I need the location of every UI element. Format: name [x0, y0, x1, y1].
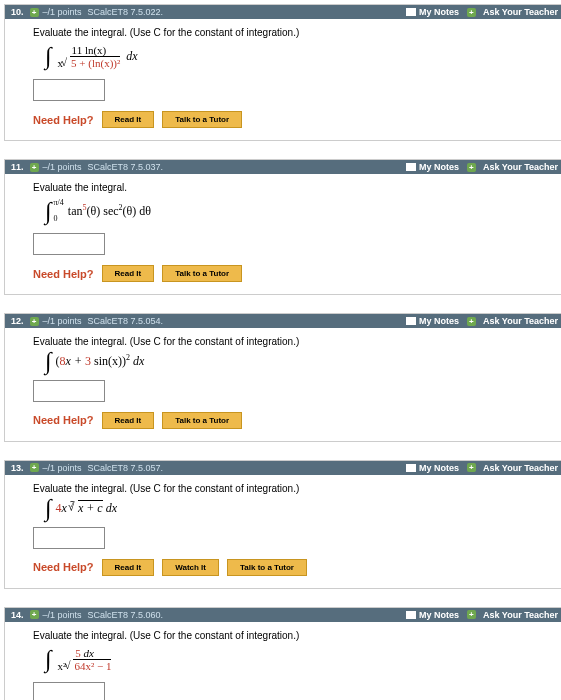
read-it-button[interactable]: Read It [102, 559, 155, 576]
note-icon [406, 163, 416, 171]
answer-input[interactable] [33, 682, 105, 700]
note-icon [406, 464, 416, 472]
question-number: 13. [11, 463, 24, 473]
source-label: SCalcET8 7.5.054. [88, 316, 164, 326]
note-icon [406, 317, 416, 325]
question-header: 10. + –/1 points SCalcET8 7.5.022. My No… [5, 5, 561, 19]
question-number: 14. [11, 610, 24, 620]
my-notes-link[interactable]: My Notes [406, 7, 459, 17]
my-notes-link[interactable]: My Notes [406, 463, 459, 473]
ask-teacher-link[interactable]: +Ask Your Teacher [467, 162, 558, 172]
talk-tutor-button[interactable]: Talk to a Tutor [227, 559, 307, 576]
plus-icon: + [467, 8, 476, 17]
instruction-text: Evaluate the integral. (Use C for the co… [33, 27, 536, 38]
source-label: SCalcET8 7.5.057. [88, 463, 164, 473]
expand-icon[interactable]: + [30, 463, 39, 472]
talk-tutor-button[interactable]: Talk to a Tutor [162, 111, 242, 128]
question-14: 14. + –/1 points SCalcET8 7.5.060. My No… [4, 607, 561, 700]
question-12: 12. + –/1 points SCalcET8 7.5.054. My No… [4, 313, 561, 442]
talk-tutor-button[interactable]: Talk to a Tutor [162, 265, 242, 282]
talk-tutor-button[interactable]: Talk to a Tutor [162, 412, 242, 429]
question-header: 13. + –/1 points SCalcET8 7.5.057. My No… [5, 461, 561, 475]
source-label: SCalcET8 7.5.022. [88, 7, 164, 17]
my-notes-link[interactable]: My Notes [406, 610, 459, 620]
plus-icon: + [467, 463, 476, 472]
instruction-text: Evaluate the integral. [33, 182, 536, 193]
expand-icon[interactable]: + [30, 163, 39, 172]
expand-icon[interactable]: + [30, 610, 39, 619]
expand-icon[interactable]: + [30, 8, 39, 17]
watch-it-button[interactable]: Watch It [162, 559, 219, 576]
my-notes-link[interactable]: My Notes [406, 162, 459, 172]
plus-icon: + [467, 163, 476, 172]
question-header: 12. + –/1 points SCalcET8 7.5.054. My No… [5, 314, 561, 328]
math-expression: ∫ 4x 7x + c dx [45, 500, 536, 517]
source-label: SCalcET8 7.5.037. [88, 162, 164, 172]
question-header: 11. + –/1 points SCalcET8 7.5.037. My No… [5, 160, 561, 174]
question-number: 11. [11, 162, 24, 172]
answer-input[interactable] [33, 233, 105, 255]
need-help-label: Need Help? [33, 114, 94, 126]
plus-icon: + [467, 610, 476, 619]
need-help-label: Need Help? [33, 268, 94, 280]
need-help-label: Need Help? [33, 561, 94, 573]
ask-teacher-link[interactable]: +Ask Your Teacher [467, 610, 558, 620]
points-label: –/1 points [43, 316, 82, 326]
math-expression: ∫ 5 dx x²64x² − 1 [45, 647, 536, 672]
instruction-text: Evaluate the integral. (Use C for the co… [33, 336, 536, 347]
points-label: –/1 points [43, 162, 82, 172]
ask-teacher-link[interactable]: +Ask Your Teacher [467, 316, 558, 326]
source-label: SCalcET8 7.5.060. [88, 610, 164, 620]
need-help-label: Need Help? [33, 414, 94, 426]
question-11: 11. + –/1 points SCalcET8 7.5.037. My No… [4, 159, 561, 295]
question-header: 14. + –/1 points SCalcET8 7.5.060. My No… [5, 608, 561, 622]
math-expression: ∫ 11 ln(x) x5 + (ln(x))² dx [45, 44, 536, 69]
ask-teacher-link[interactable]: +Ask Your Teacher [467, 463, 558, 473]
read-it-button[interactable]: Read It [102, 265, 155, 282]
my-notes-link[interactable]: My Notes [406, 316, 459, 326]
points-label: –/1 points [43, 463, 82, 473]
answer-input[interactable] [33, 527, 105, 549]
question-10: 10. + –/1 points SCalcET8 7.5.022. My No… [4, 4, 561, 141]
question-number: 12. [11, 316, 24, 326]
expand-icon[interactable]: + [30, 317, 39, 326]
instruction-text: Evaluate the integral. (Use C for the co… [33, 630, 536, 641]
points-label: –/1 points [43, 610, 82, 620]
math-expression: ∫ (8x + 3 sin(x))2 dx [45, 353, 536, 370]
read-it-button[interactable]: Read It [102, 111, 155, 128]
instruction-text: Evaluate the integral. (Use C for the co… [33, 483, 536, 494]
question-number: 10. [11, 7, 24, 17]
math-expression: ∫ π/40 tan5(θ) sec2(θ) dθ [45, 199, 536, 223]
note-icon [406, 611, 416, 619]
answer-input[interactable] [33, 380, 105, 402]
question-13: 13. + –/1 points SCalcET8 7.5.057. My No… [4, 460, 561, 589]
answer-input[interactable] [33, 79, 105, 101]
read-it-button[interactable]: Read It [102, 412, 155, 429]
note-icon [406, 8, 416, 16]
ask-teacher-link[interactable]: +Ask Your Teacher [467, 7, 558, 17]
plus-icon: + [467, 317, 476, 326]
points-label: –/1 points [43, 7, 82, 17]
